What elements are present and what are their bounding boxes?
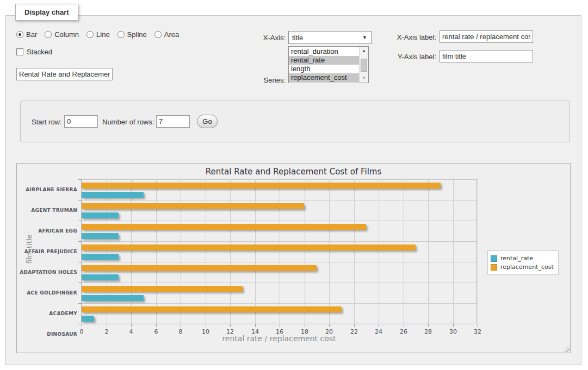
legend-swatch-icon bbox=[491, 255, 497, 262]
bar-replacement_cost bbox=[82, 306, 342, 312]
x-gridline bbox=[404, 179, 404, 324]
radio-icon[interactable] bbox=[45, 31, 52, 38]
chart-type-option-label: Area bbox=[164, 30, 179, 39]
x-gridline bbox=[82, 179, 82, 324]
bar-replacement_cost bbox=[82, 286, 243, 292]
start-row-input[interactable] bbox=[64, 115, 98, 128]
bar-rental_rate bbox=[82, 192, 144, 198]
x-gridline bbox=[329, 179, 330, 324]
chart-type-option-label: Line bbox=[96, 30, 110, 39]
y-gridline bbox=[82, 303, 478, 304]
bar-replacement_cost bbox=[82, 224, 366, 230]
y-gridline bbox=[82, 179, 478, 180]
x-axis-select[interactable]: title ▼ bbox=[288, 31, 372, 44]
bar-replacement_cost bbox=[82, 203, 304, 209]
chart-x-axis-title: rental rate / replacement cost bbox=[81, 334, 477, 343]
category-label: AGENT TRUMAN bbox=[20, 200, 77, 221]
x-gridline bbox=[354, 179, 355, 324]
x-gridline bbox=[478, 179, 478, 324]
page: Display chart BarColumnLineSplineArea St… bbox=[0, 0, 588, 370]
chart-legend: rental_ratereplacement_cost bbox=[487, 250, 559, 275]
chart-type-option-area[interactable]: Area bbox=[154, 30, 179, 39]
bar-replacement_cost bbox=[82, 183, 441, 189]
y-tick-mark bbox=[78, 241, 82, 242]
legend-item-replacement_cost: replacement_cost bbox=[491, 264, 554, 271]
scroll-up-icon[interactable]: ▲ bbox=[360, 47, 368, 55]
x-axis-selected-value: title bbox=[292, 34, 362, 42]
series-scrollbar[interactable]: ▲ ▼ bbox=[359, 47, 368, 83]
y-tick-mark bbox=[78, 221, 82, 221]
go-button[interactable]: Go bbox=[197, 115, 218, 128]
chart-title-input[interactable] bbox=[16, 68, 113, 80]
y-gridline bbox=[82, 241, 478, 242]
bar-rental_rate bbox=[82, 212, 119, 218]
start-row-label: Start row: bbox=[32, 116, 62, 128]
legend-label: replacement_cost bbox=[500, 264, 554, 271]
legend-label: rental_rate bbox=[500, 255, 533, 262]
x-gridline bbox=[255, 179, 256, 324]
series-option-length[interactable]: length bbox=[289, 65, 359, 73]
x-gridline bbox=[379, 179, 379, 324]
series-option-rental_rate[interactable]: rental_rate bbox=[289, 56, 359, 65]
y-gridline bbox=[82, 200, 478, 200]
y-gridline bbox=[82, 324, 478, 324]
resize-handle-icon[interactable] bbox=[563, 346, 570, 352]
series-options: rental_durationrental_ratelengthreplacem… bbox=[289, 47, 359, 83]
x-gridline bbox=[206, 179, 206, 324]
category-label: ACE GOLDFINGER bbox=[20, 283, 77, 303]
category-label: AIRPLANE SIERRA bbox=[20, 179, 77, 200]
category-label: ACADEMY DINOSAUR bbox=[20, 303, 77, 324]
chart-type-option-bar[interactable]: Bar bbox=[16, 30, 37, 39]
bar-rental_rate bbox=[82, 233, 119, 239]
x-gridline bbox=[305, 179, 305, 324]
dropdown-arrow-icon: ▼ bbox=[362, 35, 371, 40]
stacked-checkbox-item[interactable]: Stacked bbox=[16, 48, 52, 56]
bar-rental_rate bbox=[82, 316, 94, 322]
y-tick-mark bbox=[78, 262, 82, 262]
chart-type-option-label: Column bbox=[54, 30, 79, 39]
series-option-rental_duration[interactable]: rental_duration bbox=[289, 47, 359, 56]
scrollbar-thumb[interactable] bbox=[361, 59, 367, 72]
bar-rental_rate bbox=[82, 254, 119, 260]
scroll-down-icon[interactable]: ▼ bbox=[360, 74, 368, 82]
chart-type-option-column[interactable]: Column bbox=[45, 30, 79, 39]
chart-y-axis-title: film title bbox=[25, 222, 33, 277]
x-gridline bbox=[230, 179, 231, 324]
series-option-replacement_cost[interactable]: replacement_cost bbox=[289, 73, 359, 82]
y-tick-mark bbox=[78, 324, 82, 324]
chart-title: Rental Rate and Replacement Cost of Film… bbox=[17, 167, 570, 177]
number-of-rows-label: Number of rows: bbox=[102, 116, 154, 128]
number-of-rows-input[interactable] bbox=[156, 115, 190, 128]
y-gridline bbox=[82, 283, 478, 283]
x-gridline bbox=[156, 179, 157, 324]
x-gridline bbox=[428, 179, 429, 324]
plot-area: 02468101214161820222426283032AIRPLANE SI… bbox=[81, 179, 477, 323]
chart-type-radio-group: BarColumnLineSplineArea bbox=[16, 30, 179, 39]
x-gridline bbox=[131, 179, 132, 324]
x-gridline bbox=[107, 179, 107, 324]
y-axis-label-caption: Y-Axis label: bbox=[388, 51, 436, 63]
y-tick-mark bbox=[78, 303, 82, 304]
x-axis-select-label: X-Axis: bbox=[242, 32, 286, 44]
x-axis-label-input[interactable] bbox=[440, 30, 533, 43]
y-tick-mark bbox=[78, 283, 82, 283]
stacked-label: Stacked bbox=[27, 48, 52, 56]
y-axis-label-input[interactable] bbox=[440, 50, 533, 62]
chart-type-option-label: Bar bbox=[26, 30, 37, 39]
radio-icon[interactable] bbox=[86, 31, 94, 38]
y-gridline bbox=[82, 262, 478, 262]
stacked-checkbox[interactable] bbox=[16, 48, 23, 55]
chart-type-option-spline[interactable]: Spline bbox=[117, 30, 147, 39]
x-gridline bbox=[280, 179, 280, 324]
series-listbox: rental_durationrental_ratelengthreplacem… bbox=[288, 46, 369, 83]
x-gridline bbox=[181, 179, 181, 324]
chart-panel: Rental Rate and Replacement Cost of Film… bbox=[16, 163, 571, 353]
x-tick-mark bbox=[478, 324, 478, 327]
fieldset-legend: Display chart bbox=[15, 4, 78, 21]
radio-icon[interactable] bbox=[117, 31, 125, 38]
chart-type-option-line[interactable]: Line bbox=[86, 30, 110, 39]
x-gridline bbox=[453, 179, 454, 324]
chart-type-option-label: Spline bbox=[127, 30, 147, 39]
radio-icon[interactable] bbox=[154, 31, 162, 38]
radio-icon[interactable] bbox=[16, 31, 23, 38]
